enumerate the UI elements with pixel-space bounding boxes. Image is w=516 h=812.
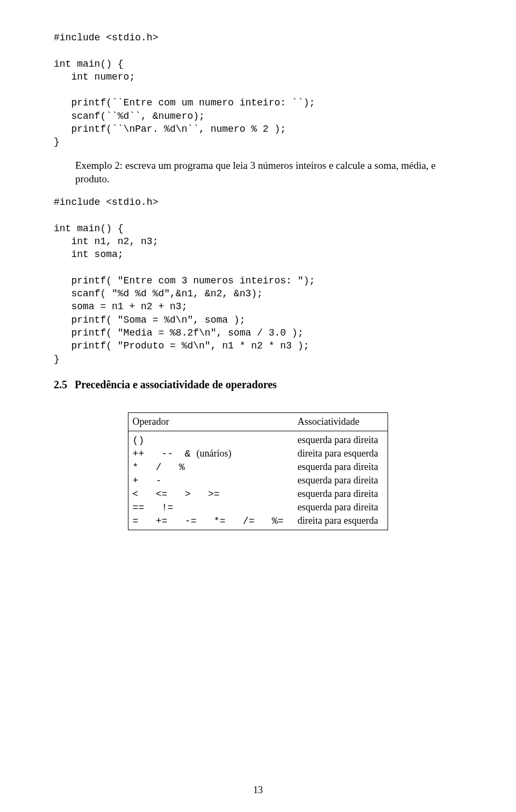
assoc-cell: direita para esquerda [293,447,388,460]
header-operator: Operador [128,412,293,431]
section-number: 2.5 [54,379,67,390]
page-number: 13 [0,785,516,796]
table-row: + - esquerda para direita [128,474,388,487]
table-row: = += -= *= /= %= direita para esquerda [128,514,388,530]
operator-table: Operador Associatividade () esquerda par… [128,412,389,530]
operator-cell: + - [128,474,293,487]
table-row: ++ -- & (unários) direita para esquerda [128,447,388,460]
example2-paragraph: Exemplo 2: escreva um programa que leia … [75,159,462,186]
assoc-cell: esquerda para direita [293,460,388,474]
operator-cell: ++ -- & (unários) [128,447,293,460]
table-header-row: Operador Associatividade [128,412,388,431]
operator-table-wrap: Operador Associatividade () esquerda par… [54,412,462,530]
assoc-cell: esquerda para direita [293,474,388,487]
table-row: == != esquerda para direita [128,501,388,514]
table-row: < <= > >= esquerda para direita [128,487,388,501]
assoc-cell: direita para esquerda [293,514,388,530]
operator-cell: = += -= *= /= %= [128,514,293,530]
assoc-cell: esquerda para direita [293,431,388,447]
section-title: Precedência e associatividade de operado… [75,379,277,390]
assoc-cell: esquerda para direita [293,487,388,501]
code-block-1: #include <stdio.h> int main() { int nume… [54,31,462,149]
code-block-2: #include <stdio.h> int main() { int n1, … [54,196,462,366]
header-assoc: Associatividade [293,412,388,431]
section-heading: 2.5Precedência e associatividade de oper… [54,379,462,391]
page-container: #include <stdio.h> int main() { int nume… [0,0,516,812]
table-row: * / % esquerda para direita [128,460,388,474]
operator-cell: () [128,431,293,447]
table-row: () esquerda para direita [128,431,388,447]
operator-cell: == != [128,501,293,514]
operator-cell: * / % [128,460,293,474]
operator-cell: < <= > >= [128,487,293,501]
assoc-cell: esquerda para direita [293,501,388,514]
